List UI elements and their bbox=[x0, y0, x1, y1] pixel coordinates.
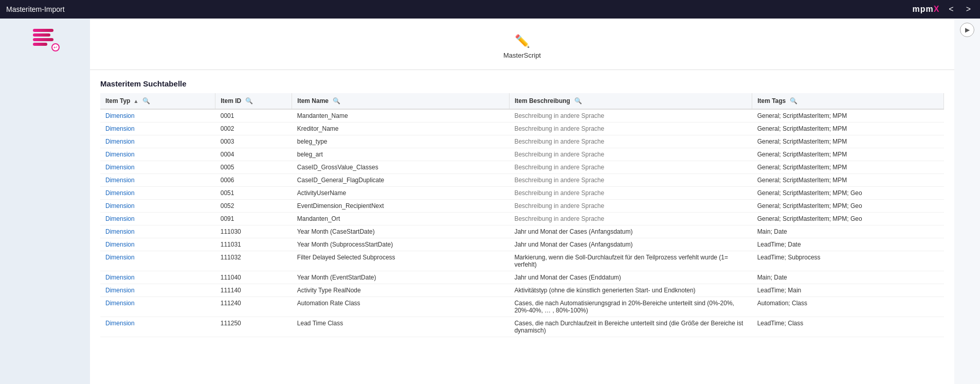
table-title: Masteritem Suchtabelle bbox=[100, 70, 944, 93]
cell-tags: General; ScriptMasterItem; MPM bbox=[752, 174, 944, 187]
cell-name: Year Month (EventStartDate) bbox=[292, 271, 510, 284]
cell-tags: LeadTime; Subprocess bbox=[752, 251, 944, 271]
cell-beschreibung: Markierung, wenn die Soll-Durchlaufzeit … bbox=[509, 251, 752, 271]
cell-typ: Dimension bbox=[100, 174, 215, 187]
cell-name: beleg_type bbox=[292, 135, 510, 148]
cell-tags: General; ScriptMasterItem; MPM; Geo bbox=[752, 187, 944, 200]
cell-beschreibung: Beschreibung in andere Sprache bbox=[509, 213, 752, 225]
table-row: Dimension 111040 Year Month (EventStartD… bbox=[100, 271, 944, 284]
table-row: Dimension 0004 beleg_art Beschreibung in… bbox=[100, 148, 944, 161]
table-row: Dimension 0002 Kreditor_Name Beschreibun… bbox=[100, 123, 944, 135]
cell-beschreibung: Cases, die nach Automatisierungsgrad in … bbox=[509, 297, 752, 317]
cell-typ: Dimension bbox=[100, 148, 215, 161]
cell-beschreibung: Cases, die nach Durchlaufzeit in Bereich… bbox=[509, 317, 752, 337]
cell-typ: Dimension bbox=[100, 225, 215, 238]
table-body: Dimension 0001 Mandanten_Name Beschreibu… bbox=[100, 109, 944, 337]
cell-beschreibung: Beschreibung in andere Sprache bbox=[509, 200, 752, 213]
logo-back-icon: ↩ bbox=[51, 43, 60, 51]
logo-line-2 bbox=[33, 33, 50, 37]
cell-typ: Dimension bbox=[100, 213, 215, 225]
topbar: Masteritem-Import mpmX < > bbox=[0, 0, 980, 19]
logo-line-4 bbox=[33, 43, 47, 46]
cell-name: Mandanten_Name bbox=[292, 109, 510, 123]
cell-beschreibung: Beschreibung in andere Sprache bbox=[509, 161, 752, 174]
table-row: Dimension 0005 CaseID_GrossValue_Classes… bbox=[100, 161, 944, 174]
cell-id: 0006 bbox=[215, 174, 292, 187]
cell-beschreibung: Beschreibung in andere Sprache bbox=[509, 135, 752, 148]
topbar-right: mpmX < > bbox=[912, 4, 974, 15]
col-tags-label: Item Tags bbox=[757, 97, 786, 104]
cell-id: 111250 bbox=[215, 317, 292, 337]
table-row: Dimension 111030 Year Month (CaseStartDa… bbox=[100, 225, 944, 238]
cell-beschreibung: Beschreibung in andere Sprache bbox=[509, 174, 752, 187]
logo-line-3 bbox=[33, 38, 53, 41]
cell-beschreibung: Jahr und Monat der Cases (Anfangsdatum) bbox=[509, 238, 752, 251]
cell-name: Activity Type RealNode bbox=[292, 284, 510, 297]
cell-beschreibung: Jahr und Monat der Cases (Anfangsdatum) bbox=[509, 225, 752, 238]
table-row: Dimension 0052 EventDimension_RecipientN… bbox=[100, 200, 944, 213]
cell-name: Lead Time Class bbox=[292, 317, 510, 337]
col-typ-search-button[interactable]: 🔍 bbox=[141, 97, 151, 104]
table-section[interactable]: Masteritem Suchtabelle Item Typ ▲ 🔍 bbox=[90, 70, 954, 384]
col-header-tags: Item Tags 🔍 bbox=[752, 93, 944, 109]
cell-id: 111032 bbox=[215, 251, 292, 271]
table-row: Dimension 0091 Mandanten_Ort Beschreibun… bbox=[100, 213, 944, 225]
cell-typ: Dimension bbox=[100, 200, 215, 213]
cell-id: 111140 bbox=[215, 284, 292, 297]
masterscript-label: MasterScript bbox=[503, 51, 541, 59]
col-name-label: Item Name bbox=[297, 97, 329, 104]
cell-typ: Dimension bbox=[100, 238, 215, 251]
cell-typ: Dimension bbox=[100, 284, 215, 297]
table-row: Dimension 111140 Activity Type RealNode … bbox=[100, 284, 944, 297]
cell-name: Kreditor_Name bbox=[292, 123, 510, 135]
cell-name: Automation Rate Class bbox=[292, 297, 510, 317]
table-row: Dimension 0003 beleg_type Beschreibung i… bbox=[100, 135, 944, 148]
play-button[interactable]: ▶ bbox=[960, 23, 974, 37]
cell-tags: General; ScriptMasterItem; MPM bbox=[752, 109, 944, 123]
cell-name: Mandanten_Ort bbox=[292, 213, 510, 225]
cell-id: 0002 bbox=[215, 123, 292, 135]
cell-beschreibung: Beschreibung in andere Sprache bbox=[509, 123, 752, 135]
col-id-search-button[interactable]: 🔍 bbox=[244, 97, 254, 104]
cell-name: Year Month (SubprocessStartDate) bbox=[292, 238, 510, 251]
cell-typ: Dimension bbox=[100, 135, 215, 148]
nav-prev-button[interactable]: < bbox=[946, 4, 956, 15]
cell-id: 0051 bbox=[215, 187, 292, 200]
masterscript-icon: ✏️ bbox=[515, 34, 530, 48]
cell-tags: LeadTime; Class bbox=[752, 317, 944, 337]
cell-id: 0001 bbox=[215, 109, 292, 123]
col-beschreibung-search-button[interactable]: 🔍 bbox=[573, 97, 583, 104]
cell-tags: General; ScriptMasterItem; MPM bbox=[752, 148, 944, 161]
table-row: Dimension 0001 Mandanten_Name Beschreibu… bbox=[100, 109, 944, 123]
app-logo-icon: ↩ bbox=[33, 29, 58, 49]
col-header-beschreibung: Item Beschreibung 🔍 bbox=[509, 93, 752, 109]
sidebar: ↩ bbox=[0, 19, 90, 384]
sort-asc-icon: ▲ bbox=[133, 98, 138, 104]
nav-next-button[interactable]: > bbox=[963, 4, 974, 15]
cell-name: CaseID_GrossValue_Classes bbox=[292, 161, 510, 174]
app-title: Masteritem-Import bbox=[6, 5, 65, 13]
table-row: Dimension 111031 Year Month (SubprocessS… bbox=[100, 238, 944, 251]
cell-id: 111040 bbox=[215, 271, 292, 284]
cell-tags: LeadTime; Date bbox=[752, 238, 944, 251]
col-header-typ: Item Typ ▲ 🔍 bbox=[100, 93, 215, 109]
col-name-search-button[interactable]: 🔍 bbox=[332, 97, 341, 104]
cell-beschreibung: Beschreibung in andere Sprache bbox=[509, 187, 752, 200]
cell-tags: Automation; Class bbox=[752, 297, 944, 317]
cell-name: Year Month (CaseStartDate) bbox=[292, 225, 510, 238]
cell-name: ActivityUserName bbox=[292, 187, 510, 200]
col-beschreibung-label: Item Beschreibung bbox=[515, 97, 570, 104]
cell-name: CaseID_General_FlagDuplicate bbox=[292, 174, 510, 187]
cell-name: beleg_art bbox=[292, 148, 510, 161]
cell-id: 111031 bbox=[215, 238, 292, 251]
cell-beschreibung: Beschreibung in andere Sprache bbox=[509, 109, 752, 123]
sidebar-logo: ↩ bbox=[33, 29, 58, 49]
cell-typ: Dimension bbox=[100, 187, 215, 200]
col-typ-label: Item Typ bbox=[105, 97, 130, 104]
cell-typ: Dimension bbox=[100, 161, 215, 174]
cell-name: EventDimension_RecipientNext bbox=[292, 200, 510, 213]
col-tags-search-button[interactable]: 🔍 bbox=[789, 97, 798, 104]
cell-beschreibung: Aktivitätstyp (ohne die künstlich generi… bbox=[509, 284, 752, 297]
cell-typ: Dimension bbox=[100, 123, 215, 135]
cell-id: 0003 bbox=[215, 135, 292, 148]
